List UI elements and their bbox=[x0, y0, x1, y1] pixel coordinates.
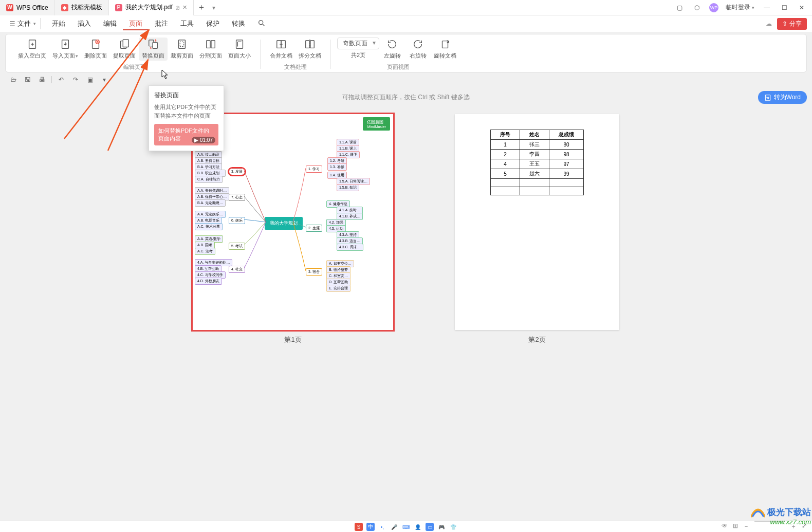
menu-insert[interactable]: 插入 bbox=[71, 17, 97, 30]
ime-icon[interactable]: 中 bbox=[366, 523, 375, 531]
replace-page-icon bbox=[147, 39, 159, 50]
user-avatar[interactable]: WP bbox=[709, 3, 718, 12]
ribbon-label: 左旋转 bbox=[384, 52, 401, 60]
zoom-out-icon[interactable]: － bbox=[743, 522, 749, 531]
tooltip-video-time: ▶ 01:07 bbox=[192, 137, 215, 143]
svg-rect-15 bbox=[180, 42, 183, 46]
ribbon-rotate-right[interactable]: 右旋转 bbox=[405, 38, 431, 61]
ribbon-page-size[interactable]: 页面大小 bbox=[225, 38, 254, 61]
keyboard-icon[interactable]: ⌨ bbox=[402, 523, 410, 531]
more-icon[interactable]: ▾ bbox=[99, 75, 109, 85]
ribbon-replace-page[interactable]: 替换页面 bbox=[139, 38, 168, 61]
tab-device-icon: ⎚ bbox=[176, 4, 179, 11]
tab-daoke-template[interactable]: ◆ 找稻壳模板 bbox=[55, 0, 109, 15]
daoke-icon: ◆ bbox=[61, 4, 68, 11]
page-thumbnails: 亿图脑图 MindMaster 我的大学规划 1. 学习 2. 生涯 3. 宿舍… bbox=[5, 114, 807, 344]
file-menu[interactable]: ☰ 文件 ▾ bbox=[5, 18, 41, 29]
tooltip-video-card[interactable]: 如何替换PDF文件的页面内容 ▶ 01:07 bbox=[154, 124, 218, 145]
ribbon-extract-page[interactable]: 提取页面 bbox=[110, 38, 139, 61]
menu-protect[interactable]: 保护 bbox=[200, 17, 226, 30]
convert-to-word-button[interactable]: 转为Word bbox=[758, 91, 807, 104]
merge-doc-icon bbox=[275, 39, 287, 50]
svg-rect-21 bbox=[306, 41, 309, 48]
skin-icon[interactable]: 👕 bbox=[449, 523, 457, 531]
share-icon: ⇧ bbox=[782, 20, 787, 27]
share-button[interactable]: ⇧ 分享 bbox=[777, 18, 807, 30]
cube-icon[interactable]: ⬡ bbox=[692, 3, 702, 13]
menu-edit[interactable]: 编辑 bbox=[97, 17, 123, 30]
tab-close-button[interactable]: ✕ bbox=[182, 4, 187, 11]
window-layout-icon[interactable]: ▢ bbox=[674, 3, 685, 13]
ribbon-split-page[interactable]: 分割页面 bbox=[196, 38, 225, 61]
thumb-label-2: 第2页 bbox=[528, 335, 545, 344]
thumbnail-item-2: 序号 姓名 总成绩 1张三80 2李四98 4王五97 5赵六99 第2页 bbox=[455, 114, 619, 344]
svg-rect-17 bbox=[211, 41, 215, 48]
game-icon[interactable]: 🎮 bbox=[437, 523, 446, 531]
tab-wps-office[interactable]: W WPS Office bbox=[0, 0, 55, 15]
ribbon-rotate-left[interactable]: 左旋转 bbox=[379, 38, 405, 61]
svg-point-0 bbox=[259, 20, 263, 24]
ribbon-crop-page[interactable]: 裁剪页面 bbox=[168, 38, 196, 61]
close-button[interactable]: ✕ bbox=[797, 3, 807, 13]
ribbon-split-doc[interactable]: 拆分文档 bbox=[296, 38, 324, 61]
import-page-icon bbox=[60, 39, 71, 50]
crop-page-icon bbox=[176, 39, 188, 50]
mic-icon[interactable]: 🎤 bbox=[390, 523, 398, 531]
tabs-dropdown[interactable]: ▾ bbox=[209, 4, 218, 11]
menu-icon: ☰ bbox=[9, 20, 15, 28]
menu-start[interactable]: 开始 bbox=[46, 17, 71, 30]
screenshot-icon[interactable]: ▣ bbox=[85, 75, 95, 85]
ribbon-import-page[interactable]: 导入页面▾ bbox=[49, 38, 81, 61]
drag-hint: 可拖动调整页面顺序，按住 Ctrl 或 Shift 键多选 bbox=[5, 87, 807, 104]
system-tray: S 中 •, 🎤 ⌨ 👤 ▭ 🎮 👕 bbox=[355, 523, 457, 531]
ribbon-group-label: 文档处理 bbox=[284, 63, 307, 71]
login-label[interactable]: 临时登录▾ bbox=[726, 3, 754, 12]
page-total-label: 共2页 bbox=[351, 51, 365, 59]
cloud-sync-icon[interactable]: ☁ bbox=[766, 20, 772, 27]
wps-logo-icon: W bbox=[6, 4, 13, 11]
ribbon-merge-doc[interactable]: 合并文档 bbox=[267, 38, 296, 61]
sogou-input-icon[interactable]: S bbox=[355, 523, 363, 531]
watermark: 极光下载站 www.xz7.com bbox=[751, 506, 811, 526]
settings-icon[interactable]: ⊞ bbox=[733, 522, 738, 531]
view-mode-icon[interactable]: 👁 bbox=[722, 522, 728, 531]
thumb-label-1: 第1页 bbox=[284, 335, 301, 344]
print-icon[interactable]: 🖶 bbox=[37, 75, 47, 85]
ribbon: 插入空白页 导入页面▾ 删除页面 提取页面 替换页面 裁剪页面 bbox=[5, 34, 807, 72]
menu-convert[interactable]: 转换 bbox=[226, 17, 251, 30]
ribbon-group-edit-page: 插入空白页 导入页面▾ 删除页面 提取页面 替换页面 裁剪页面 bbox=[11, 38, 258, 71]
main-area: 可拖动调整页面顺序，按住 Ctrl 或 Shift 键多选 转为Word 亿图脑… bbox=[5, 87, 807, 488]
toolbox-icon[interactable]: ▭ bbox=[426, 523, 434, 531]
ribbon-delete-page[interactable]: 删除页面 bbox=[81, 38, 110, 61]
titlebar-right: ▢ ⬡ WP 临时登录▾ — ☐ ✕ bbox=[674, 3, 812, 13]
menu-annotate[interactable]: 批注 bbox=[149, 17, 174, 30]
menu-tools[interactable]: 工具 bbox=[174, 17, 200, 30]
open-file-icon[interactable]: 🗁 bbox=[8, 75, 19, 85]
page2-table: 序号 姓名 总成绩 1张三80 2李四98 4王五97 5赵六99 bbox=[490, 130, 584, 195]
tab-current-pdf[interactable]: P 我的大学规划.pdf ⎚ ✕ bbox=[109, 0, 194, 15]
ribbon-label: 删除页面 bbox=[84, 52, 107, 60]
minimize-button[interactable]: — bbox=[762, 3, 772, 13]
punctuation-icon[interactable]: •, bbox=[378, 523, 386, 531]
ribbon-label: 页面大小 bbox=[228, 52, 251, 60]
quick-access-bar: 🗁 🖫 🖶 ↶ ↷ ▣ ▾ bbox=[0, 72, 812, 87]
save-icon[interactable]: 🖫 bbox=[23, 75, 33, 85]
redo-icon[interactable]: ↷ bbox=[70, 75, 81, 85]
pdf-icon: P bbox=[115, 4, 122, 11]
menu-search[interactable] bbox=[251, 17, 272, 31]
ribbon-group-label: 编辑页面 bbox=[123, 63, 146, 71]
separator bbox=[51, 76, 52, 83]
ribbon-rotate-doc[interactable]: 旋转文档 bbox=[431, 38, 459, 61]
svg-line-1 bbox=[263, 24, 264, 26]
menubar-right: ☁ ⇧ 分享 bbox=[766, 18, 807, 30]
watermark-logo-icon bbox=[751, 506, 765, 518]
page-mode-select[interactable]: 奇数页面 bbox=[337, 38, 379, 49]
person-icon[interactable]: 👤 bbox=[414, 523, 422, 531]
undo-icon[interactable]: ↶ bbox=[56, 75, 66, 85]
svg-rect-13 bbox=[153, 42, 157, 48]
new-tab-button[interactable]: ＋ bbox=[194, 2, 209, 13]
menu-page[interactable]: 页面 bbox=[123, 17, 149, 30]
maximize-button[interactable]: ☐ bbox=[779, 3, 789, 13]
page-thumbnail-2[interactable]: 序号 姓名 总成绩 1张三80 2李四98 4王五97 5赵六99 bbox=[455, 114, 619, 330]
ribbon-insert-blank[interactable]: 插入空白页 bbox=[15, 38, 49, 61]
